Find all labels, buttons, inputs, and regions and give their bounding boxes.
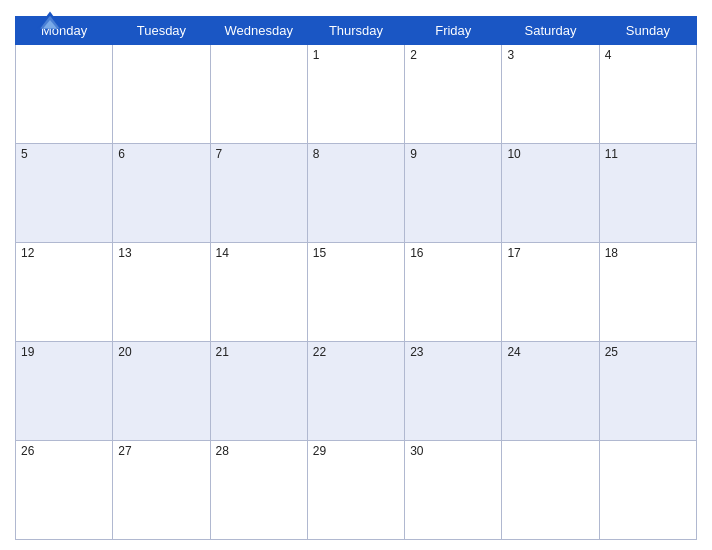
- day-number: 16: [410, 246, 423, 260]
- day-number: 12: [21, 246, 34, 260]
- calendar-day-cell: 30: [405, 441, 502, 540]
- day-number: 24: [507, 345, 520, 359]
- calendar-day-cell: 22: [307, 342, 404, 441]
- calendar-day-cell: [210, 45, 307, 144]
- calendar-day-cell: 11: [599, 144, 696, 243]
- calendar-day-cell: [16, 45, 113, 144]
- calendar-day-cell: 13: [113, 243, 210, 342]
- calendar-day-cell: 17: [502, 243, 599, 342]
- calendar-day-cell: 9: [405, 144, 502, 243]
- day-number: 9: [410, 147, 417, 161]
- weekday-header-wednesday: Wednesday: [210, 17, 307, 45]
- day-number: 5: [21, 147, 28, 161]
- day-number: 15: [313, 246, 326, 260]
- calendar-day-cell: 19: [16, 342, 113, 441]
- calendar-week-row: 567891011: [16, 144, 697, 243]
- calendar-day-cell: [113, 45, 210, 144]
- day-number: 1: [313, 48, 320, 62]
- day-number: 30: [410, 444, 423, 458]
- calendar-day-cell: 14: [210, 243, 307, 342]
- day-number: 23: [410, 345, 423, 359]
- day-number: 26: [21, 444, 34, 458]
- weekday-header-tuesday: Tuesday: [113, 17, 210, 45]
- day-number: 8: [313, 147, 320, 161]
- logo-icon: [36, 10, 64, 30]
- day-number: 25: [605, 345, 618, 359]
- day-number: 3: [507, 48, 514, 62]
- day-number: 10: [507, 147, 520, 161]
- calendar-day-cell: 8: [307, 144, 404, 243]
- logo: [15, 10, 85, 30]
- day-number: 29: [313, 444, 326, 458]
- day-number: 27: [118, 444, 131, 458]
- calendar-day-cell: 4: [599, 45, 696, 144]
- day-number: 18: [605, 246, 618, 260]
- day-number: 22: [313, 345, 326, 359]
- calendar-day-cell: 16: [405, 243, 502, 342]
- day-number: 19: [21, 345, 34, 359]
- day-number: 17: [507, 246, 520, 260]
- day-number: 21: [216, 345, 229, 359]
- day-number: 7: [216, 147, 223, 161]
- calendar-day-cell: 7: [210, 144, 307, 243]
- calendar-day-cell: 21: [210, 342, 307, 441]
- day-number: 11: [605, 147, 618, 161]
- calendar-day-cell: 12: [16, 243, 113, 342]
- calendar-day-cell: [599, 441, 696, 540]
- weekday-header-row: MondayTuesdayWednesdayThursdayFridaySatu…: [16, 17, 697, 45]
- day-number: 14: [216, 246, 229, 260]
- calendar-day-cell: 1: [307, 45, 404, 144]
- calendar-day-cell: 26: [16, 441, 113, 540]
- calendar-day-cell: [502, 441, 599, 540]
- day-number: 2: [410, 48, 417, 62]
- weekday-header-sunday: Sunday: [599, 17, 696, 45]
- calendar-day-cell: 25: [599, 342, 696, 441]
- calendar-day-cell: 28: [210, 441, 307, 540]
- day-number: 20: [118, 345, 131, 359]
- calendar-week-row: 1234: [16, 45, 697, 144]
- calendar-week-row: 19202122232425: [16, 342, 697, 441]
- calendar-day-cell: 29: [307, 441, 404, 540]
- calendar-day-cell: 15: [307, 243, 404, 342]
- calendar-day-cell: 23: [405, 342, 502, 441]
- calendar-day-cell: 2: [405, 45, 502, 144]
- calendar-day-cell: 18: [599, 243, 696, 342]
- day-number: 4: [605, 48, 612, 62]
- day-number: 13: [118, 246, 131, 260]
- day-number: 28: [216, 444, 229, 458]
- calendar-day-cell: 6: [113, 144, 210, 243]
- weekday-header-saturday: Saturday: [502, 17, 599, 45]
- calendar-week-row: 2627282930: [16, 441, 697, 540]
- weekday-header-friday: Friday: [405, 17, 502, 45]
- weekday-header-thursday: Thursday: [307, 17, 404, 45]
- day-number: 6: [118, 147, 125, 161]
- calendar-week-row: 12131415161718: [16, 243, 697, 342]
- calendar-day-cell: 10: [502, 144, 599, 243]
- calendar-day-cell: 27: [113, 441, 210, 540]
- calendar-day-cell: 3: [502, 45, 599, 144]
- calendar-day-cell: 24: [502, 342, 599, 441]
- calendar-day-cell: 5: [16, 144, 113, 243]
- calendar-day-cell: 20: [113, 342, 210, 441]
- calendar-table: MondayTuesdayWednesdayThursdayFridaySatu…: [15, 16, 697, 540]
